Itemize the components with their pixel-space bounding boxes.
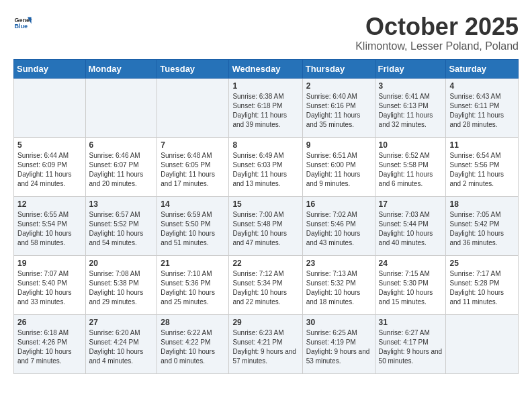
day-info: Sunrise: 6:57 AM Sunset: 5:52 PM Dayligh… xyxy=(89,210,154,248)
day-info: Sunrise: 6:54 AM Sunset: 5:56 PM Dayligh… xyxy=(449,151,515,189)
calendar-cell xyxy=(85,78,157,137)
day-info: Sunrise: 6:59 AM Sunset: 5:50 PM Dayligh… xyxy=(161,210,225,248)
calendar-cell: 24Sunrise: 7:15 AM Sunset: 5:30 PM Dayli… xyxy=(375,255,446,314)
calendar-cell: 11Sunrise: 6:54 AM Sunset: 5:56 PM Dayli… xyxy=(446,137,519,196)
calendar-cell: 17Sunrise: 7:03 AM Sunset: 5:44 PM Dayli… xyxy=(375,196,446,255)
day-number: 15 xyxy=(232,199,298,209)
day-number: 24 xyxy=(379,259,443,268)
day-info: Sunrise: 7:05 AM Sunset: 5:42 PM Dayligh… xyxy=(449,210,515,248)
day-info: Sunrise: 6:40 AM Sunset: 6:16 PM Dayligh… xyxy=(306,92,371,130)
calendar-header: Sunday Monday Tuesday Wednesday Thursday… xyxy=(14,59,519,78)
calendar-cell: 15Sunrise: 7:00 AM Sunset: 5:48 PM Dayli… xyxy=(229,196,302,255)
calendar-cell: 5Sunrise: 6:44 AM Sunset: 6:09 PM Daylig… xyxy=(14,137,86,196)
header-wednesday: Wednesday xyxy=(229,59,302,78)
day-number: 1 xyxy=(232,81,298,91)
day-number: 27 xyxy=(89,318,154,327)
day-number: 7 xyxy=(161,140,225,150)
title-section: October 2025 Klimontow, Lesser Poland, P… xyxy=(355,13,519,52)
calendar-cell: 21Sunrise: 7:10 AM Sunset: 5:36 PM Dayli… xyxy=(157,255,229,314)
calendar-cell: 26Sunrise: 6:18 AM Sunset: 4:26 PM Dayli… xyxy=(14,314,86,373)
day-info: Sunrise: 6:18 AM Sunset: 4:26 PM Dayligh… xyxy=(17,328,82,366)
calendar-cell: 13Sunrise: 6:57 AM Sunset: 5:52 PM Dayli… xyxy=(85,196,157,255)
calendar-subtitle: Klimontow, Lesser Poland, Poland xyxy=(355,40,519,52)
day-number: 29 xyxy=(232,318,298,327)
day-number: 16 xyxy=(306,199,371,209)
calendar-body: 1Sunrise: 6:38 AM Sunset: 6:18 PM Daylig… xyxy=(14,78,519,373)
calendar-title: October 2025 xyxy=(355,13,519,40)
calendar-cell: 31Sunrise: 6:27 AM Sunset: 4:17 PM Dayli… xyxy=(375,314,446,373)
day-info: Sunrise: 7:08 AM Sunset: 5:38 PM Dayligh… xyxy=(89,269,154,307)
calendar-cell: 30Sunrise: 6:25 AM Sunset: 4:19 PM Dayli… xyxy=(302,314,375,373)
calendar-cell xyxy=(157,78,229,137)
calendar-cell: 8Sunrise: 6:49 AM Sunset: 6:03 PM Daylig… xyxy=(229,137,302,196)
day-info: Sunrise: 6:22 AM Sunset: 4:22 PM Dayligh… xyxy=(161,328,225,366)
calendar-cell: 9Sunrise: 6:51 AM Sunset: 6:00 PM Daylig… xyxy=(302,137,375,196)
day-number: 21 xyxy=(161,259,225,268)
calendar-cell xyxy=(446,314,519,373)
day-number: 14 xyxy=(161,199,225,209)
day-number: 13 xyxy=(89,199,154,209)
logo-icon: General Blue xyxy=(13,13,32,32)
day-info: Sunrise: 7:15 AM Sunset: 5:30 PM Dayligh… xyxy=(379,269,443,307)
week-row-2: 5Sunrise: 6:44 AM Sunset: 6:09 PM Daylig… xyxy=(14,137,519,196)
calendar-cell: 2Sunrise: 6:40 AM Sunset: 6:16 PM Daylig… xyxy=(302,78,375,137)
day-number: 2 xyxy=(306,81,371,91)
day-info: Sunrise: 6:23 AM Sunset: 4:21 PM Dayligh… xyxy=(232,328,298,366)
day-info: Sunrise: 6:43 AM Sunset: 6:11 PM Dayligh… xyxy=(449,92,515,130)
calendar-cell: 27Sunrise: 6:20 AM Sunset: 4:24 PM Dayli… xyxy=(85,314,157,373)
day-number: 8 xyxy=(232,140,298,150)
header-sunday: Sunday xyxy=(14,59,86,78)
day-info: Sunrise: 6:44 AM Sunset: 6:09 PM Dayligh… xyxy=(17,151,82,189)
header-row: Sunday Monday Tuesday Wednesday Thursday… xyxy=(14,59,519,78)
day-info: Sunrise: 7:07 AM Sunset: 5:40 PM Dayligh… xyxy=(17,269,82,307)
day-number: 5 xyxy=(17,140,82,150)
calendar-cell: 10Sunrise: 6:52 AM Sunset: 5:58 PM Dayli… xyxy=(375,137,446,196)
calendar-cell xyxy=(14,78,86,137)
day-info: Sunrise: 7:00 AM Sunset: 5:48 PM Dayligh… xyxy=(232,210,298,248)
day-info: Sunrise: 6:55 AM Sunset: 5:54 PM Dayligh… xyxy=(17,210,82,248)
week-row-5: 26Sunrise: 6:18 AM Sunset: 4:26 PM Dayli… xyxy=(14,314,519,373)
day-number: 20 xyxy=(89,259,154,268)
day-number: 23 xyxy=(306,259,371,268)
header-friday: Friday xyxy=(375,59,446,78)
day-info: Sunrise: 7:12 AM Sunset: 5:34 PM Dayligh… xyxy=(232,269,298,307)
day-number: 25 xyxy=(449,259,515,268)
header-thursday: Thursday xyxy=(302,59,375,78)
day-number: 28 xyxy=(161,318,225,327)
calendar-cell: 20Sunrise: 7:08 AM Sunset: 5:38 PM Dayli… xyxy=(85,255,157,314)
page-header: General Blue October 2025 Klimontow, Les… xyxy=(13,13,519,52)
day-number: 19 xyxy=(17,259,82,268)
calendar-cell: 25Sunrise: 7:17 AM Sunset: 5:28 PM Dayli… xyxy=(446,255,519,314)
calendar-cell: 22Sunrise: 7:12 AM Sunset: 5:34 PM Dayli… xyxy=(229,255,302,314)
day-info: Sunrise: 6:41 AM Sunset: 6:13 PM Dayligh… xyxy=(379,92,443,130)
day-number: 3 xyxy=(379,81,443,91)
day-info: Sunrise: 6:38 AM Sunset: 6:18 PM Dayligh… xyxy=(232,92,298,130)
day-info: Sunrise: 7:10 AM Sunset: 5:36 PM Dayligh… xyxy=(161,269,225,307)
day-info: Sunrise: 6:25 AM Sunset: 4:19 PM Dayligh… xyxy=(306,328,371,366)
day-info: Sunrise: 6:20 AM Sunset: 4:24 PM Dayligh… xyxy=(89,328,154,366)
day-number: 4 xyxy=(449,81,515,91)
day-info: Sunrise: 6:49 AM Sunset: 6:03 PM Dayligh… xyxy=(232,151,298,189)
svg-text:Blue: Blue xyxy=(14,23,28,30)
calendar-cell: 7Sunrise: 6:48 AM Sunset: 6:05 PM Daylig… xyxy=(157,137,229,196)
day-info: Sunrise: 7:02 AM Sunset: 5:46 PM Dayligh… xyxy=(306,210,371,248)
calendar-cell: 3Sunrise: 6:41 AM Sunset: 6:13 PM Daylig… xyxy=(375,78,446,137)
day-number: 11 xyxy=(449,140,515,150)
logo: General Blue xyxy=(13,13,32,32)
calendar-cell: 12Sunrise: 6:55 AM Sunset: 5:54 PM Dayli… xyxy=(14,196,86,255)
day-number: 18 xyxy=(449,199,515,209)
day-number: 30 xyxy=(306,318,371,327)
calendar-cell: 1Sunrise: 6:38 AM Sunset: 6:18 PM Daylig… xyxy=(229,78,302,137)
calendar-table: Sunday Monday Tuesday Wednesday Thursday… xyxy=(13,59,519,374)
calendar-cell: 19Sunrise: 7:07 AM Sunset: 5:40 PM Dayli… xyxy=(14,255,86,314)
calendar-cell: 23Sunrise: 7:13 AM Sunset: 5:32 PM Dayli… xyxy=(302,255,375,314)
header-monday: Monday xyxy=(85,59,157,78)
calendar-cell: 6Sunrise: 6:46 AM Sunset: 6:07 PM Daylig… xyxy=(85,137,157,196)
calendar-cell: 29Sunrise: 6:23 AM Sunset: 4:21 PM Dayli… xyxy=(229,314,302,373)
calendar-cell: 18Sunrise: 7:05 AM Sunset: 5:42 PM Dayli… xyxy=(446,196,519,255)
day-info: Sunrise: 7:17 AM Sunset: 5:28 PM Dayligh… xyxy=(449,269,515,307)
day-number: 31 xyxy=(379,318,443,327)
week-row-1: 1Sunrise: 6:38 AM Sunset: 6:18 PM Daylig… xyxy=(14,78,519,137)
calendar-cell: 14Sunrise: 6:59 AM Sunset: 5:50 PM Dayli… xyxy=(157,196,229,255)
calendar-cell: 4Sunrise: 6:43 AM Sunset: 6:11 PM Daylig… xyxy=(446,78,519,137)
